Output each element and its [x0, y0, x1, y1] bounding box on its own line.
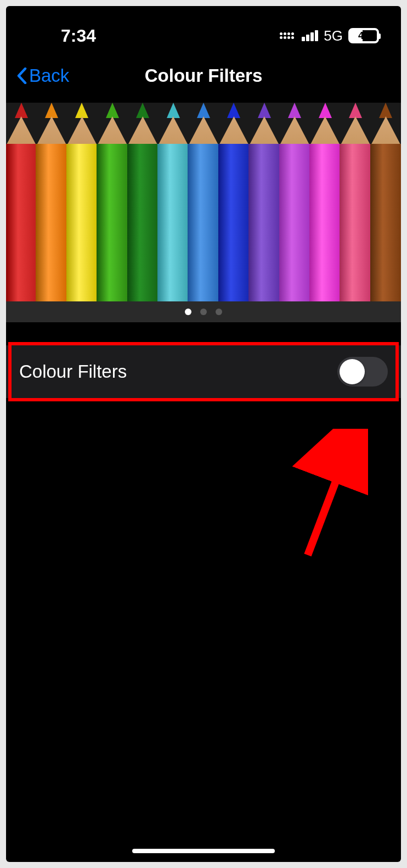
pencil	[127, 103, 159, 322]
network-type: 5G	[324, 27, 343, 44]
toggle-knob	[340, 359, 365, 384]
back-button[interactable]: Back	[17, 65, 69, 86]
status-bar: 7:34 5G 46	[6, 6, 401, 55]
battery-icon: 46	[348, 28, 379, 43]
home-indicator[interactable]	[132, 849, 275, 853]
pencil	[6, 103, 37, 322]
pencil-sample-image	[6, 103, 401, 322]
battery-percent: 46	[358, 30, 369, 42]
pencil	[188, 103, 219, 322]
pencil	[66, 103, 98, 322]
pencil	[340, 103, 371, 322]
svg-line-0	[308, 440, 352, 555]
back-label: Back	[29, 65, 69, 86]
page-dot[interactable]	[185, 309, 191, 315]
page-title: Colour Filters	[145, 65, 263, 86]
pencil	[279, 103, 310, 322]
pencil	[370, 103, 401, 322]
status-time: 7:34	[61, 26, 96, 46]
pencil	[157, 103, 189, 322]
navigation-bar: Back Colour Filters	[6, 55, 401, 103]
pencil	[97, 103, 128, 322]
colour-filters-label: Colour Filters	[19, 361, 127, 382]
page-dot[interactable]	[200, 309, 207, 315]
pencil	[309, 103, 341, 322]
page-indicator[interactable]	[6, 301, 401, 322]
chevron-left-icon	[17, 68, 27, 84]
colour-filters-toggle[interactable]	[337, 357, 388, 387]
page-dot[interactable]	[216, 309, 222, 315]
colour-filters-row: Colour Filters	[6, 345, 401, 398]
pencil	[248, 103, 280, 322]
pencil	[218, 103, 250, 322]
status-right: 5G 46	[280, 27, 379, 44]
annotation-arrow-icon	[236, 429, 368, 572]
signal-strength-icon	[280, 32, 294, 39]
signal-bars-icon	[302, 30, 318, 41]
phone-screen: 7:34 5G 46 Back Colou	[6, 6, 401, 862]
colour-preview-carousel[interactable]	[6, 103, 401, 322]
pencil	[36, 103, 67, 322]
section-spacer	[6, 322, 401, 345]
